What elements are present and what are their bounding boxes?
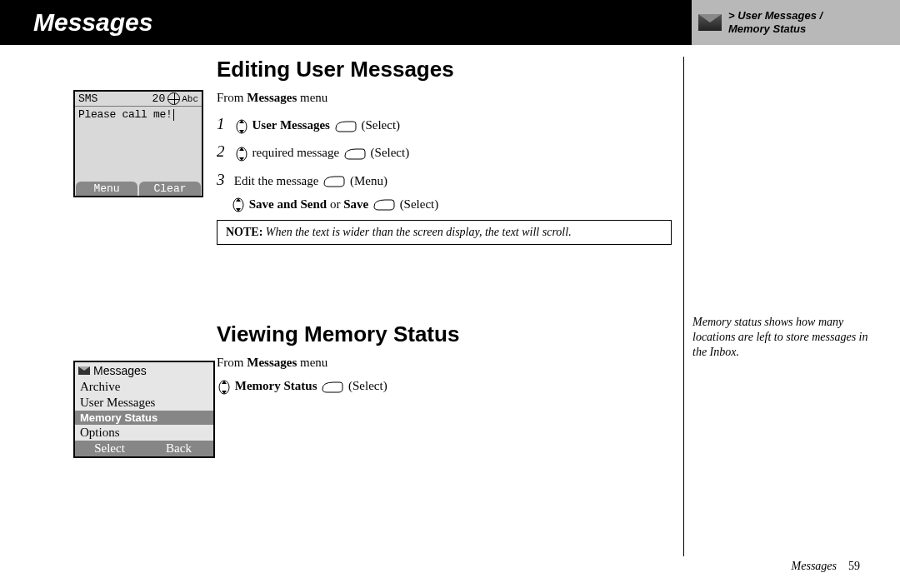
softkey-clear[interactable]: Clear <box>139 182 201 196</box>
softkey-select[interactable]: Select <box>75 441 144 456</box>
softkey-icon <box>322 381 343 393</box>
step-save: Save and Send or Save (Select) <box>217 193 672 215</box>
heading-viewing: Viewing Memory Status <box>217 321 672 347</box>
nav-icon <box>236 119 248 134</box>
envelope-icon <box>698 14 722 31</box>
heading-editing: Editing User Messages <box>217 57 672 82</box>
menu-item-memory-status[interactable]: Memory Status <box>75 411 213 425</box>
step-1: 1 User Messages (Select) <box>217 110 672 137</box>
softkey-icon <box>344 148 366 160</box>
step-2: 2 required message (Select) <box>217 137 672 165</box>
from-line-2: From Messages menu <box>217 356 672 370</box>
menu-item-user-messages[interactable]: User Messages <box>75 395 213 411</box>
phone-status-row: SMS 20 Abc <box>75 92 202 107</box>
phone-menu-title-row: Messages <box>75 362 213 379</box>
softkey-back[interactable]: Back <box>144 441 213 456</box>
step-memory: Memory Status (Select) <box>217 375 672 396</box>
breadcrumb-box: > User Messages / Memory Status <box>692 0 900 45</box>
envelope-small-icon <box>78 366 90 375</box>
phone-menu-softkeys: Select Back <box>75 441 213 456</box>
page-title: Messages <box>33 8 152 37</box>
from-line-1: From Messages menu <box>217 91 672 105</box>
note-box: NOTE: When the text is wider than the sc… <box>217 220 672 245</box>
char-count: 20 <box>152 92 166 105</box>
side-note-column: Memory status shows how many locations a… <box>683 57 900 556</box>
abc-mode-icon: Abc <box>168 92 198 105</box>
nav-icon <box>232 197 244 212</box>
softkey-icon <box>323 176 345 187</box>
nav-icon <box>218 380 230 395</box>
breadcrumb: > User Messages / Memory Status <box>728 9 822 35</box>
phone-menu-screen: Messages Archive User Messages Memory St… <box>73 361 215 458</box>
softkey-icon <box>373 199 395 211</box>
step-3: 3 Edit the message (Menu) <box>217 166 672 193</box>
steps-section2: Memory Status (Select) <box>217 375 672 396</box>
memory-status-note: Memory status shows how many locations a… <box>692 315 885 361</box>
phone-softkeys: Menu Clear <box>75 182 202 196</box>
menu-item-options[interactable]: Options <box>75 425 213 441</box>
sms-body: Please call me! <box>75 107 202 182</box>
header-bar: Messages > User Messages / Memory Status <box>0 0 900 45</box>
menu-item-archive[interactable]: Archive <box>75 379 213 395</box>
content-column: Editing User Messages From Messages menu… <box>217 57 683 556</box>
page-footer: Messages59 <box>792 560 860 573</box>
softkey-icon <box>335 121 357 132</box>
left-column: SMS 20 Abc Please call me! Menu Clear Me… <box>0 57 217 556</box>
phone-sms-screen: SMS 20 Abc Please call me! Menu Clear <box>73 90 203 197</box>
steps-section1: 1 User Messages (Select) 2 required mess… <box>217 110 672 215</box>
main-area: SMS 20 Abc Please call me! Menu Clear Me… <box>0 45 900 556</box>
nav-icon <box>236 147 248 162</box>
phone-menu-title: Messages <box>93 364 147 377</box>
softkey-menu[interactable]: Menu <box>76 182 138 196</box>
sms-label: SMS <box>78 92 98 105</box>
